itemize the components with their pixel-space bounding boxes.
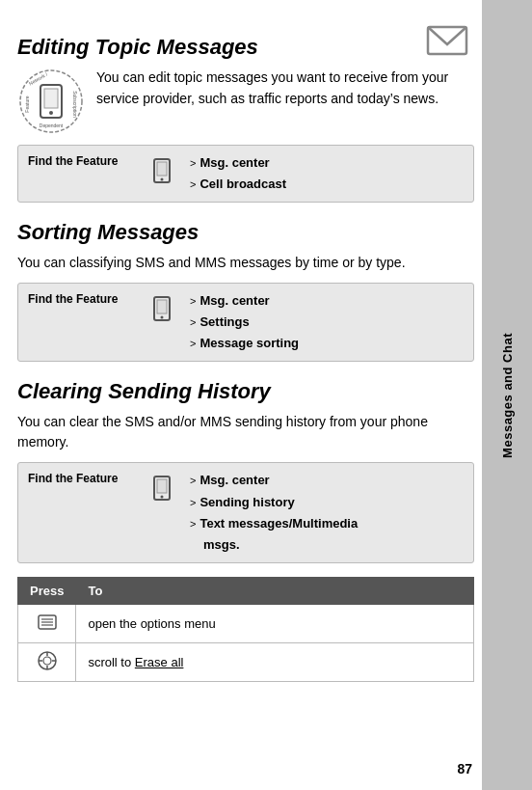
find-feature-label-2: Find the Feature <box>28 290 134 306</box>
svg-rect-13 <box>157 300 167 313</box>
svg-point-14 <box>161 316 164 319</box>
svg-rect-3 <box>44 89 58 108</box>
table-row: scroll to Erase all <box>18 642 474 681</box>
find-feature-steps-2: >Msg. center >Settings >Message sorting <box>190 290 299 354</box>
svg-text:Dependent: Dependent <box>40 123 64 128</box>
network-badge: Network / Dependent Subscription Feature <box>17 68 85 135</box>
section1-body: You can edit topic messages you want to … <box>96 68 474 109</box>
svg-text:Subscription: Subscription <box>72 91 78 118</box>
section1-header: Network / Dependent Subscription Feature… <box>17 68 474 135</box>
svg-rect-10 <box>157 162 167 176</box>
erase-all-label: Erase all <box>135 655 184 669</box>
find-feature-steps-3: >Msg. center >Sending history >Text mess… <box>190 470 358 555</box>
find-feature-icon-2 <box>144 290 180 327</box>
svg-text:Feature: Feature <box>24 95 30 112</box>
section3-body: You can clear the SMS and/or MMS sending… <box>17 412 474 452</box>
table-header-to: To <box>76 577 474 604</box>
sidebar-tab: Messages and Chat <box>482 0 532 790</box>
section2-title: Sorting Messages <box>17 220 474 245</box>
section1-title: Editing Topic Messages <box>17 35 474 60</box>
find-feature-label-3: Find the Feature <box>28 470 134 485</box>
sidebar-tab-label: Messages and Chat <box>500 333 515 458</box>
press-table: Press To open the options menu <box>17 577 474 682</box>
table-header-press: Press <box>18 577 76 604</box>
find-feature-icon-3 <box>144 470 180 506</box>
section2-body: You can classifying SMS and MMS messages… <box>17 253 474 273</box>
find-feature-icon-1 <box>144 152 180 189</box>
svg-point-17 <box>161 496 164 499</box>
svg-rect-16 <box>157 479 167 493</box>
table-row-2-action: scroll to Erase all <box>76 642 474 681</box>
section3-title: Clearing Sending History <box>17 379 474 404</box>
table-row-1-num <box>18 604 76 642</box>
find-feature-steps-1: >Msg. center >Cell broadcast <box>190 152 286 195</box>
find-feature-box-3: Find the Feature >Msg. center >Sending h… <box>17 462 474 562</box>
table-row: open the options menu <box>18 604 474 642</box>
find-feature-box-2: Find the Feature >Msg. center >Settings … <box>17 283 474 362</box>
find-feature-label-1: Find the Feature <box>28 152 134 168</box>
svg-point-11 <box>161 178 164 181</box>
page-container: Messages and Chat Editing Topic Messages… <box>0 0 532 790</box>
table-row-1-action: open the options menu <box>76 604 474 642</box>
svg-point-23 <box>43 657 51 665</box>
table-row-2-num <box>18 642 76 681</box>
find-feature-box-1: Find the Feature >Msg. center >Cell broa… <box>17 145 474 203</box>
page-number: 87 <box>457 761 472 776</box>
envelope-icon-top <box>424 17 472 66</box>
svg-point-4 <box>49 111 53 115</box>
